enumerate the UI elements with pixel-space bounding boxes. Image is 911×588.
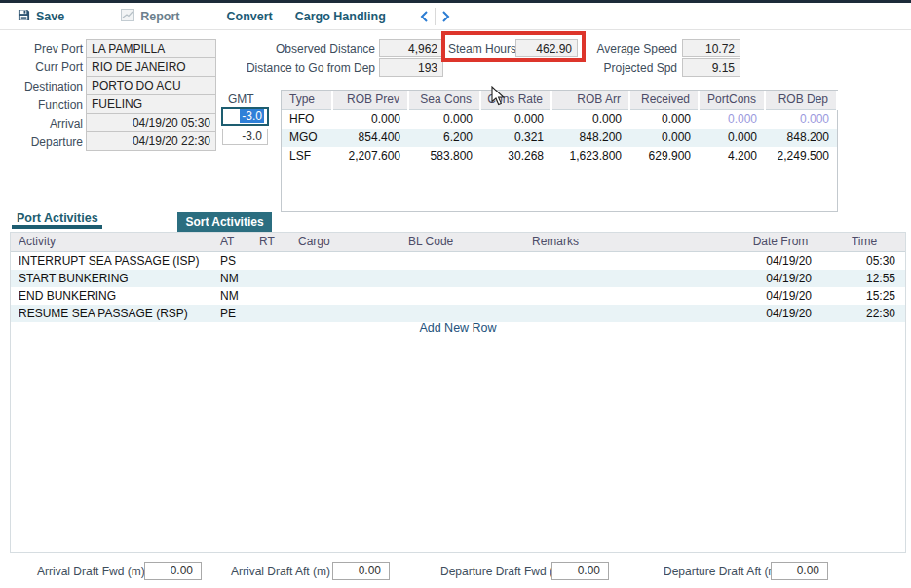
chevron-left-icon: [419, 10, 429, 23]
cell-rob-prev: 0.000: [332, 110, 408, 129]
cell-time: 15:25: [821, 287, 905, 305]
save-icon: [18, 9, 30, 24]
activity-row[interactable]: END BUNKERING NM 04/19/20 15:25: [11, 287, 905, 305]
col-activity[interactable]: Activity: [11, 233, 212, 252]
cell-cons-rate: 30.268: [480, 147, 551, 165]
activity-row[interactable]: INTERRUPT SEA PASSAGE (ISP) PS 04/19/20 …: [11, 252, 905, 271]
cell-time: 22:30: [821, 305, 905, 322]
arrival-draft-fwd-field[interactable]: 0.00: [144, 562, 202, 580]
cell-cons-rate: 0.000: [480, 110, 551, 129]
cell-rob-dep: 848.200: [765, 129, 837, 147]
report-button[interactable]: Report: [121, 9, 179, 24]
arrival-draft-fwd-label: Arrival Draft Fwd (m): [37, 565, 145, 578]
function-field[interactable]: FUELING: [86, 94, 216, 114]
toolbar-separator: [285, 8, 285, 25]
curr-port-label: Curr Port: [0, 60, 83, 74]
observed-distance-label: Observed Distance: [239, 42, 375, 55]
rob-row-lsf[interactable]: LSF 2,207.600 583.800 30.268 1,623.800 6…: [282, 147, 837, 165]
cell-rt: [251, 252, 290, 271]
departure-draft-aft-label: Departure Draft Aft (m): [664, 565, 781, 578]
tab-port-activities[interactable]: Port Activities: [17, 211, 98, 225]
next-page-button[interactable]: [436, 10, 457, 23]
arrival-label: Arrival: [0, 117, 83, 130]
cell-activity: RESUME SEA PASSAGE (RSP): [11, 305, 212, 322]
col-remarks[interactable]: Remarks: [524, 233, 738, 252]
observed-distance-field[interactable]: 4,962: [379, 39, 443, 57]
col-sea-cons[interactable]: Sea Cons: [408, 91, 480, 110]
function-label: Function: [0, 98, 83, 112]
cell-sea-cons: 0.000: [408, 110, 480, 129]
departure-draft-fwd-field[interactable]: 0.00: [551, 562, 609, 580]
curr-port-field[interactable]: RIO DE JANEIRO: [86, 57, 216, 77]
cell-received: 0.000: [629, 129, 699, 147]
gmt-departure-field[interactable]: -3.0: [222, 129, 268, 145]
cell-rob-dep: 2,249.500: [765, 147, 837, 165]
arrival-field[interactable]: 04/19/20 05:30: [86, 113, 216, 132]
cell-type: MGO: [282, 129, 332, 147]
col-received[interactable]: Received: [629, 91, 699, 110]
col-rob-dep[interactable]: ROB Dep: [765, 91, 837, 110]
prev-port-label: Prev Port: [0, 42, 83, 55]
cell-rob-prev: 2,207.600: [332, 147, 408, 165]
col-date-from[interactable]: Date From: [738, 233, 821, 252]
distance-to-go-field[interactable]: 193: [379, 58, 443, 77]
col-bl-code[interactable]: BL Code: [400, 233, 524, 252]
departure-draft-fwd-label: Departure Draft Fwd (m): [440, 565, 567, 578]
col-cargo[interactable]: Cargo: [290, 233, 400, 252]
cell-received: 0.000: [629, 110, 699, 129]
col-rob-arr[interactable]: ROB Arr: [551, 91, 629, 110]
col-rob-prev[interactable]: ROB Prev: [332, 91, 408, 110]
rob-row-hfo[interactable]: HFO 0.000 0.000 0.000 0.000 0.000 0.000 …: [282, 110, 837, 129]
average-speed-label: Average Speed: [550, 42, 677, 55]
report-chart-icon: [121, 9, 134, 24]
cell-rt: [251, 305, 290, 322]
prev-page-button[interactable]: [413, 10, 435, 23]
gmt-arrival-value: -3.0: [240, 109, 264, 123]
departure-label: Departure: [0, 135, 83, 149]
save-button[interactable]: Save: [18, 9, 64, 24]
cell-rob-arr: 0.000: [551, 110, 629, 129]
projected-spd-field[interactable]: 9.15: [682, 58, 740, 77]
col-portcons[interactable]: PortCons: [699, 91, 765, 110]
gmt-arrival-field[interactable]: -3.0: [221, 107, 269, 126]
activity-row[interactable]: RESUME SEA PASSAGE (RSP) PE 04/19/20 22:…: [11, 305, 905, 322]
cell-remarks: [524, 270, 738, 287]
departure-field[interactable]: 04/19/20 22:30: [86, 131, 216, 151]
convert-button[interactable]: Convert: [226, 10, 272, 23]
cell-date-from: 04/19/20: [738, 252, 821, 271]
port-report-window: Save Report Convert Cargo Handling Prev: [0, 0, 911, 588]
add-new-row-link[interactable]: Add New Row: [10, 321, 906, 335]
cell-rob-arr: 1,623.800: [551, 147, 629, 165]
convert-label: Convert: [226, 10, 272, 23]
cell-remarks: [524, 287, 738, 305]
activities-table-container: Activity AT RT Cargo BL Code Remarks Dat…: [10, 232, 906, 553]
col-type[interactable]: Type: [282, 91, 332, 110]
col-rt[interactable]: RT: [251, 233, 290, 252]
cell-activity: END BUNKERING: [11, 287, 212, 305]
cell-activity: START BUNKERING: [11, 270, 212, 287]
cell-date-from: 04/19/20: [738, 287, 821, 305]
prev-port-field[interactable]: LA PAMPILLA: [86, 39, 216, 58]
cell-rob-dep: 0.000: [765, 110, 837, 129]
departure-draft-aft-field[interactable]: 0.00: [771, 562, 828, 580]
cell-portcons: 4.200: [699, 147, 765, 165]
cell-cargo: [290, 305, 400, 322]
cargo-handling-button[interactable]: Cargo Handling: [295, 10, 386, 23]
sort-activities-button[interactable]: Sort Activities: [177, 212, 272, 232]
mouse-cursor: [490, 86, 506, 110]
cell-time: 05:30: [821, 252, 905, 271]
rob-row-mgo[interactable]: MGO 854.400 6.200 0.321 848.200 0.000 0.…: [282, 129, 837, 147]
cell-rt: [251, 287, 290, 305]
cell-type: HFO: [282, 110, 332, 129]
cell-received: 629.900: [629, 147, 699, 165]
arrival-draft-aft-label: Arrival Draft Aft (m): [231, 565, 330, 578]
cell-sea-cons: 583.800: [408, 147, 480, 165]
cell-bl-code: [400, 287, 524, 305]
col-at[interactable]: AT: [212, 233, 251, 252]
destination-field[interactable]: PORTO DO ACU: [86, 76, 216, 95]
activity-row[interactable]: START BUNKERING NM 04/19/20 12:55: [11, 270, 905, 287]
rob-header-row: Type ROB Prev Sea Cons Cons Rate ROB Arr…: [282, 91, 837, 110]
average-speed-field[interactable]: 10.72: [682, 39, 740, 57]
arrival-draft-aft-field[interactable]: 0.00: [332, 562, 390, 580]
col-time[interactable]: Time: [821, 233, 905, 252]
